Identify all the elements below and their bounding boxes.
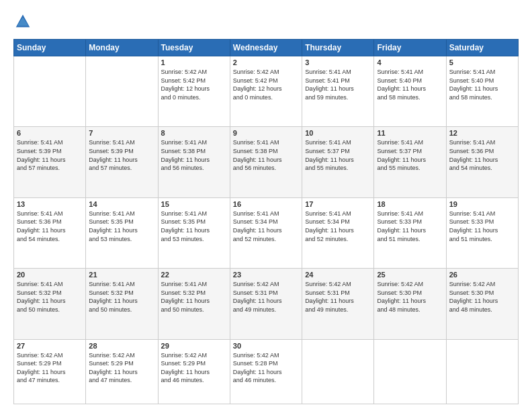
day-number: 10 — [305, 129, 371, 137]
day-number: 7 — [89, 129, 154, 137]
calendar-cell: 2Sunrise: 5:42 AM Sunset: 5:42 PM Daylig… — [230, 56, 302, 127]
day-number: 14 — [89, 200, 154, 208]
calendar-cell: 1Sunrise: 5:42 AM Sunset: 5:42 PM Daylig… — [158, 56, 230, 127]
calendar-cell: 11Sunrise: 5:41 AM Sunset: 5:37 PM Dayli… — [374, 127, 446, 197]
day-info: Sunrise: 5:41 AM Sunset: 5:37 PM Dayligh… — [305, 138, 371, 172]
day-number: 28 — [89, 342, 154, 350]
day-number: 20 — [17, 271, 83, 279]
day-info: Sunrise: 5:42 AM Sunset: 5:31 PM Dayligh… — [233, 280, 299, 314]
calendar-cell: 16Sunrise: 5:41 AM Sunset: 5:34 PM Dayli… — [230, 197, 302, 268]
day-header-tuesday: Tuesday — [158, 40, 230, 56]
calendar-cell: 18Sunrise: 5:41 AM Sunset: 5:33 PM Dayli… — [374, 197, 446, 268]
calendar-cell: 25Sunrise: 5:42 AM Sunset: 5:30 PM Dayli… — [374, 269, 446, 339]
day-info: Sunrise: 5:41 AM Sunset: 5:38 PM Dayligh… — [161, 138, 227, 172]
svg-marker-1 — [17, 17, 29, 26]
day-number: 11 — [377, 129, 443, 137]
day-header-saturday: Saturday — [446, 40, 518, 56]
day-info: Sunrise: 5:42 AM Sunset: 5:30 PM Dayligh… — [449, 280, 515, 314]
calendar-cell: 12Sunrise: 5:41 AM Sunset: 5:36 PM Dayli… — [446, 127, 518, 197]
day-number: 1 — [161, 58, 227, 66]
calendar-cell: 7Sunrise: 5:41 AM Sunset: 5:39 PM Daylig… — [86, 127, 158, 197]
day-header-friday: Friday — [374, 40, 446, 56]
day-info: Sunrise: 5:41 AM Sunset: 5:39 PM Dayligh… — [17, 138, 83, 172]
day-number: 22 — [161, 271, 227, 279]
calendar-cell: 9Sunrise: 5:41 AM Sunset: 5:38 PM Daylig… — [230, 127, 302, 197]
day-info: Sunrise: 5:41 AM Sunset: 5:38 PM Dayligh… — [233, 138, 299, 172]
calendar-cell: 4Sunrise: 5:41 AM Sunset: 5:40 PM Daylig… — [374, 56, 446, 127]
day-info: Sunrise: 5:41 AM Sunset: 5:39 PM Dayligh… — [89, 138, 154, 172]
day-info: Sunrise: 5:41 AM Sunset: 5:40 PM Dayligh… — [377, 68, 443, 101]
day-info: Sunrise: 5:41 AM Sunset: 5:33 PM Dayligh… — [377, 210, 443, 243]
calendar-cell: 30Sunrise: 5:42 AM Sunset: 5:28 PM Dayli… — [230, 339, 302, 404]
calendar-cell — [374, 339, 446, 404]
page: SundayMondayTuesdayWednesdayThursdayFrid… — [0, 0, 532, 411]
day-info: Sunrise: 5:41 AM Sunset: 5:40 PM Dayligh… — [449, 68, 515, 101]
day-number: 8 — [161, 129, 227, 137]
calendar-cell: 22Sunrise: 5:41 AM Sunset: 5:32 PM Dayli… — [158, 269, 230, 339]
day-number: 16 — [233, 200, 299, 208]
day-header-thursday: Thursday — [302, 40, 374, 56]
day-number: 29 — [161, 342, 227, 350]
day-info: Sunrise: 5:42 AM Sunset: 5:28 PM Dayligh… — [233, 351, 299, 385]
day-info: Sunrise: 5:41 AM Sunset: 5:32 PM Dayligh… — [161, 280, 227, 314]
day-info: Sunrise: 5:41 AM Sunset: 5:32 PM Dayligh… — [89, 280, 154, 314]
day-info: Sunrise: 5:42 AM Sunset: 5:42 PM Dayligh… — [233, 68, 299, 101]
day-info: Sunrise: 5:41 AM Sunset: 5:34 PM Dayligh… — [233, 210, 299, 243]
calendar-cell: 26Sunrise: 5:42 AM Sunset: 5:30 PM Dayli… — [446, 269, 518, 339]
day-info: Sunrise: 5:41 AM Sunset: 5:41 PM Dayligh… — [305, 68, 371, 101]
day-number: 3 — [305, 58, 371, 66]
day-number: 6 — [17, 129, 83, 137]
day-number: 26 — [449, 271, 515, 279]
day-number: 23 — [233, 271, 299, 279]
day-info: Sunrise: 5:41 AM Sunset: 5:37 PM Dayligh… — [377, 138, 443, 172]
day-info: Sunrise: 5:42 AM Sunset: 5:30 PM Dayligh… — [377, 280, 443, 314]
day-info: Sunrise: 5:41 AM Sunset: 5:34 PM Dayligh… — [305, 210, 371, 243]
calendar-cell: 27Sunrise: 5:42 AM Sunset: 5:29 PM Dayli… — [14, 339, 86, 404]
logo — [13, 12, 35, 31]
day-info: Sunrise: 5:42 AM Sunset: 5:29 PM Dayligh… — [161, 351, 227, 385]
day-info: Sunrise: 5:41 AM Sunset: 5:33 PM Dayligh… — [449, 210, 515, 243]
day-number: 21 — [89, 271, 154, 279]
calendar-cell: 3Sunrise: 5:41 AM Sunset: 5:41 PM Daylig… — [302, 56, 374, 127]
calendar-cell: 15Sunrise: 5:41 AM Sunset: 5:35 PM Dayli… — [158, 197, 230, 268]
day-info: Sunrise: 5:42 AM Sunset: 5:42 PM Dayligh… — [161, 68, 227, 101]
calendar-cell — [14, 56, 86, 127]
day-number: 2 — [233, 58, 299, 66]
day-header-wednesday: Wednesday — [230, 40, 302, 56]
header — [13, 12, 519, 31]
day-info: Sunrise: 5:41 AM Sunset: 5:35 PM Dayligh… — [89, 210, 154, 243]
day-number: 19 — [449, 200, 515, 208]
calendar-cell: 23Sunrise: 5:42 AM Sunset: 5:31 PM Dayli… — [230, 269, 302, 339]
day-info: Sunrise: 5:42 AM Sunset: 5:31 PM Dayligh… — [305, 280, 371, 314]
calendar-cell: 24Sunrise: 5:42 AM Sunset: 5:31 PM Dayli… — [302, 269, 374, 339]
calendar-cell: 14Sunrise: 5:41 AM Sunset: 5:35 PM Dayli… — [86, 197, 158, 268]
day-number: 5 — [449, 58, 515, 66]
logo-icon — [13, 12, 32, 31]
header-row: SundayMondayTuesdayWednesdayThursdayFrid… — [14, 40, 519, 56]
calendar-cell: 6Sunrise: 5:41 AM Sunset: 5:39 PM Daylig… — [14, 127, 86, 197]
day-info: Sunrise: 5:42 AM Sunset: 5:29 PM Dayligh… — [89, 351, 154, 385]
day-number: 17 — [305, 200, 371, 208]
day-number: 9 — [233, 129, 299, 137]
day-info: Sunrise: 5:41 AM Sunset: 5:32 PM Dayligh… — [17, 280, 83, 314]
calendar-cell: 17Sunrise: 5:41 AM Sunset: 5:34 PM Dayli… — [302, 197, 374, 268]
calendar-cell: 10Sunrise: 5:41 AM Sunset: 5:37 PM Dayli… — [302, 127, 374, 197]
calendar-cell: 29Sunrise: 5:42 AM Sunset: 5:29 PM Dayli… — [158, 339, 230, 404]
calendar-cell: 8Sunrise: 5:41 AM Sunset: 5:38 PM Daylig… — [158, 127, 230, 197]
calendar-table: SundayMondayTuesdayWednesdayThursdayFrid… — [13, 39, 519, 404]
calendar-cell — [302, 339, 374, 404]
day-number: 24 — [305, 271, 371, 279]
calendar-cell: 19Sunrise: 5:41 AM Sunset: 5:33 PM Dayli… — [446, 197, 518, 268]
day-info: Sunrise: 5:41 AM Sunset: 5:36 PM Dayligh… — [17, 210, 83, 243]
calendar-cell: 13Sunrise: 5:41 AM Sunset: 5:36 PM Dayli… — [14, 197, 86, 268]
day-number: 15 — [161, 200, 227, 208]
day-number: 25 — [377, 271, 443, 279]
day-info: Sunrise: 5:41 AM Sunset: 5:35 PM Dayligh… — [161, 210, 227, 243]
day-info: Sunrise: 5:41 AM Sunset: 5:36 PM Dayligh… — [449, 138, 515, 172]
day-header-monday: Monday — [86, 40, 158, 56]
calendar-cell: 20Sunrise: 5:41 AM Sunset: 5:32 PM Dayli… — [14, 269, 86, 339]
calendar-cell: 5Sunrise: 5:41 AM Sunset: 5:40 PM Daylig… — [446, 56, 518, 127]
calendar-cell: 28Sunrise: 5:42 AM Sunset: 5:29 PM Dayli… — [86, 339, 158, 404]
day-number: 30 — [233, 342, 299, 350]
calendar-cell — [86, 56, 158, 127]
